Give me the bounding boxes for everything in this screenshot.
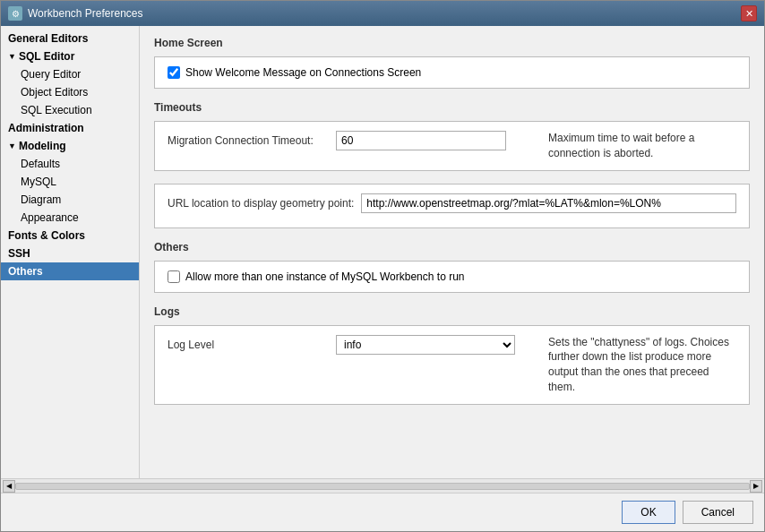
sidebar-item-ssh[interactable]: SSH: [1, 245, 139, 262]
sidebar-item-administration[interactable]: Administration: [1, 119, 139, 137]
allow-multiple-checkbox[interactable]: [168, 270, 180, 283]
titlebar-title: Workbench Preferences: [28, 7, 143, 20]
main-content: Home Screen Show Welcome Message on Conn…: [140, 26, 764, 478]
log-level-label: Log Level: [168, 339, 329, 351]
sidebar-item-appearance[interactable]: Appearance: [1, 209, 139, 227]
sidebar-item-general-editors[interactable]: General Editors: [1, 30, 139, 47]
url-geometry-box: URL location to display geometry point:: [154, 184, 750, 228]
appearance-label: Appearance: [21, 211, 79, 224]
close-button[interactable]: ✕: [741, 5, 757, 21]
home-screen-title: Home Screen: [154, 37, 750, 49]
log-level-select[interactable]: error warning info debug1 debug2 debug3: [336, 335, 515, 355]
log-level-row: Log Level error warning info debug1 debu…: [168, 335, 736, 395]
others-box: Allow more than one instance of MySQL Wo…: [154, 261, 750, 293]
sidebar-item-modeling[interactable]: ▼ Modeling: [1, 137, 139, 155]
others-label: Others: [8, 265, 43, 278]
url-geometry-input[interactable]: [361, 193, 736, 213]
sidebar-item-object-editors[interactable]: Object Editors: [1, 83, 139, 101]
sidebar-item-defaults[interactable]: Defaults: [1, 155, 139, 173]
logs-box: Log Level error warning info debug1 debu…: [154, 325, 750, 405]
main-window: ⚙ Workbench Preferences ✕ General Editor…: [0, 0, 765, 532]
sidebar-item-others[interactable]: Others: [1, 262, 139, 280]
others-section: Others Allow more than one instance of M…: [154, 241, 750, 293]
scroll-left-button[interactable]: ◀: [3, 480, 15, 493]
timeouts-title: Timeouts: [154, 101, 750, 114]
defaults-label: Defaults: [21, 158, 60, 170]
titlebar: ⚙ Workbench Preferences ✕: [1, 1, 764, 26]
sql-editor-label: SQL Editor: [19, 50, 74, 63]
modeling-label: Modeling: [19, 140, 66, 152]
migration-timeout-input[interactable]: [336, 131, 506, 150]
others-section-title: Others: [154, 241, 750, 253]
home-screen-section: Home Screen Show Welcome Message on Conn…: [154, 37, 750, 89]
sidebar: General Editors ▼ SQL Editor Query Edito…: [1, 26, 140, 478]
log-level-hint: Sets the "chattyness" of logs. Choices f…: [548, 335, 736, 395]
general-editors-label: General Editors: [8, 32, 88, 45]
content-area: General Editors ▼ SQL Editor Query Edito…: [1, 26, 764, 478]
expand-icon-modeling: ▼: [8, 142, 16, 150]
scrollbar-track[interactable]: [15, 483, 750, 490]
footer: OK Cancel: [1, 493, 764, 531]
administration-label: Administration: [8, 122, 84, 134]
sidebar-item-sql-execution[interactable]: SQL Execution: [1, 101, 139, 119]
expand-icon-sql-editor: ▼: [8, 52, 16, 61]
titlebar-left: ⚙ Workbench Preferences: [8, 6, 143, 21]
show-welcome-label: Show Welcome Message on Connections Scre…: [185, 66, 421, 79]
app-icon: ⚙: [8, 6, 22, 21]
home-screen-box: Show Welcome Message on Connections Scre…: [154, 56, 750, 89]
show-welcome-row: Show Welcome Message on Connections Scre…: [168, 66, 736, 79]
query-editor-label: Query Editor: [21, 68, 81, 81]
sidebar-item-sql-editor[interactable]: ▼ SQL Editor: [1, 47, 139, 65]
allow-multiple-label: Allow more than one instance of MySQL Wo…: [185, 270, 465, 283]
horizontal-scrollbar: ◀ ▶: [1, 478, 764, 493]
migration-timeout-row: Migration Connection Timeout: Maximum ti…: [168, 131, 736, 161]
log-level-wrapper: error warning info debug1 debug2 debug3: [336, 335, 515, 355]
timeouts-section: Timeouts Migration Connection Timeout: M…: [154, 101, 750, 171]
sidebar-item-diagram[interactable]: Diagram: [1, 191, 139, 209]
logs-section: Logs Log Level error warning info debug1: [154, 305, 750, 405]
ssh-label: SSH: [8, 247, 30, 260]
allow-multiple-row: Allow more than one instance of MySQL Wo…: [168, 270, 736, 283]
sidebar-item-query-editor[interactable]: Query Editor: [1, 65, 139, 83]
sql-execution-label: SQL Execution: [21, 104, 92, 116]
timeouts-box: Migration Connection Timeout: Maximum ti…: [154, 121, 750, 171]
show-welcome-checkbox[interactable]: [168, 66, 180, 79]
object-editors-label: Object Editors: [21, 86, 88, 99]
migration-hint: Maximum time to wait before a connection…: [548, 131, 736, 161]
logs-title: Logs: [154, 305, 750, 318]
sidebar-item-mysql[interactable]: MySQL: [1, 173, 139, 191]
scroll-right-button[interactable]: ▶: [750, 480, 762, 493]
url-geometry-label: URL location to display geometry point:: [168, 197, 354, 210]
migration-label: Migration Connection Timeout:: [168, 134, 329, 147]
ok-button[interactable]: OK: [622, 501, 675, 524]
fonts-colors-label: Fonts & Colors: [8, 229, 85, 242]
diagram-label: Diagram: [21, 193, 61, 206]
cancel-button[interactable]: Cancel: [683, 501, 753, 524]
sidebar-item-fonts-colors[interactable]: Fonts & Colors: [1, 227, 139, 245]
url-geometry-row: URL location to display geometry point:: [168, 193, 736, 213]
mysql-label: MySQL: [21, 176, 56, 188]
